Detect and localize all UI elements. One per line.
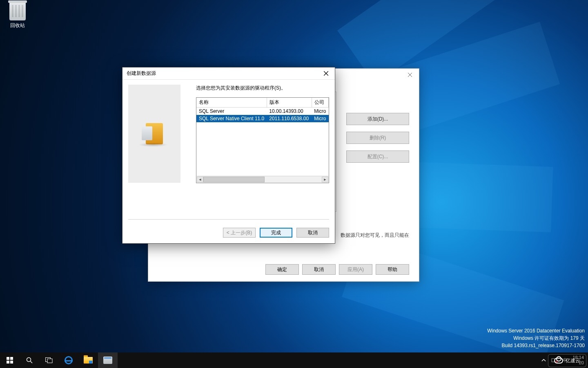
scroll-right-icon[interactable]: ► (322, 177, 328, 182)
wizard-titlebar[interactable]: 创建新数据源 (122, 67, 335, 80)
search-icon (26, 357, 33, 364)
recycle-bin-label: 回收站 (4, 22, 31, 29)
wizard-cancel-button[interactable]: 取消 (296, 228, 329, 238)
recycle-bin-icon (9, 2, 26, 20)
wizard-art (128, 85, 180, 183)
start-button[interactable] (0, 352, 20, 368)
taskview-icon (45, 357, 53, 363)
delete-button: 删除(R) (346, 132, 409, 144)
folder-icon (84, 357, 93, 364)
col-company[interactable]: 公司 (312, 98, 328, 108)
bg-hint-text: 数据源只对您可见，而且只能在 (341, 232, 409, 239)
driver-list[interactable]: 名称 版本 公司 SQL Server 10.00.14393.00 Micro… (196, 97, 329, 183)
driver-row-selected[interactable]: SQL Server Native Client 11.0 2011.110.6… (196, 115, 329, 122)
ie-icon (65, 356, 73, 364)
wizard-instruction: 选择您想为其安装数据源的驱动程序(S)。 (196, 85, 329, 92)
chevron-up-icon[interactable] (541, 358, 546, 363)
desktop-watermark: Windows Server 2016 Datacenter Evaluatio… (487, 327, 585, 349)
provider-badge: 亿速云 (548, 354, 586, 367)
scroll-left-icon[interactable]: ◄ (197, 177, 203, 182)
ok-button[interactable]: 确定 (265, 264, 299, 275)
col-name[interactable]: 名称 (196, 98, 267, 108)
add-button[interactable]: 添加(D)... (346, 113, 409, 125)
bg-close-button[interactable] (401, 69, 419, 81)
back-button: < 上一步(B) (223, 228, 256, 238)
finish-button[interactable]: 完成 (260, 228, 292, 238)
recycle-bin[interactable]: 回收站 (4, 2, 31, 29)
ie-button[interactable] (59, 352, 78, 368)
windows-icon (7, 357, 13, 364)
help-button[interactable]: 帮助 (376, 264, 409, 275)
search-button[interactable] (20, 352, 39, 368)
cancel-button[interactable]: 取消 (302, 264, 336, 275)
taskbar: 中 18:14 20 (0, 352, 588, 368)
odbc-taskbar-button[interactable] (98, 352, 118, 368)
create-datasource-wizard: 创建新数据源 选择您想为其安装数据源的驱动程序(S)。 名称 版本 公司 (122, 67, 335, 244)
horizontal-scrollbar[interactable]: ◄ ► (197, 176, 328, 182)
apply-button: 应用(A) (339, 264, 372, 275)
svg-rect-7 (47, 359, 52, 363)
close-icon (324, 71, 328, 76)
col-version[interactable]: 版本 (267, 98, 312, 108)
cloud-icon (554, 358, 563, 364)
database-icon (146, 123, 163, 144)
svg-point-4 (27, 358, 31, 362)
driver-row[interactable]: SQL Server 10.00.14393.00 Micro (196, 108, 329, 115)
close-icon (408, 73, 412, 77)
provider-badge-text: 亿速云 (566, 357, 580, 364)
svg-line-5 (31, 361, 33, 364)
separator (128, 219, 329, 220)
configure-button: 配置(C)... (346, 150, 409, 163)
odbc-icon (103, 357, 112, 364)
file-explorer-button[interactable] (78, 352, 98, 368)
wizard-close-button[interactable] (317, 67, 335, 79)
wizard-title: 创建新数据源 (127, 70, 317, 77)
scroll-thumb[interactable] (203, 177, 265, 182)
task-view-button[interactable] (39, 352, 59, 368)
